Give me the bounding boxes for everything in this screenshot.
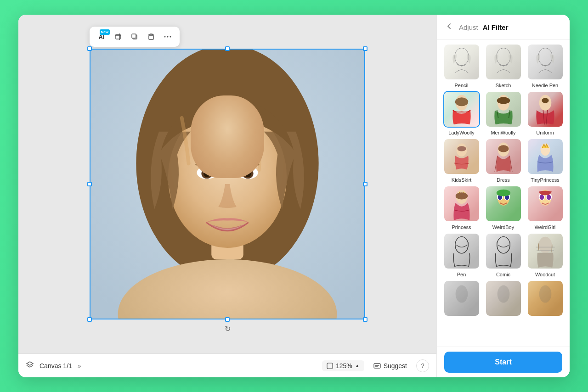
svg-point-32	[542, 98, 548, 103]
handle-tr[interactable]	[363, 46, 368, 51]
filter-row-0: Pencil Sketch Needle Pen	[442, 44, 564, 88]
handle-tl[interactable]	[87, 46, 92, 51]
svg-point-51	[455, 237, 468, 253]
filter-label-tinyprincess: TinyPrincess	[531, 177, 560, 183]
filter-item-pen[interactable]: Pen	[442, 233, 481, 277]
filter-item-tinyprincess[interactable]: TinyPrincess	[526, 138, 564, 183]
svg-rect-4	[132, 34, 136, 38]
svg-point-57	[497, 286, 509, 303]
zoom-control[interactable]: 125% ▲	[322, 360, 364, 371]
filter-item-ladywoolly[interactable]: LadyWoolly	[442, 91, 481, 135]
filter-item-more1[interactable]	[442, 280, 481, 317]
filter-thumb-inner-pencil	[444, 45, 479, 79]
svg-point-25	[496, 48, 510, 66]
duplicate-button[interactable]	[127, 29, 142, 44]
svg-rect-23	[374, 364, 380, 368]
canvas-nav[interactable]: »	[78, 362, 81, 370]
svg-point-24	[454, 48, 468, 66]
filter-item-more3[interactable]	[526, 280, 564, 317]
svg-point-8	[170, 36, 171, 38]
filter-thumb-menwoolly	[485, 91, 522, 128]
filter-item-menwoolly[interactable]: MenWoolly	[484, 91, 522, 135]
filter-svg-kidsskirt	[444, 139, 479, 174]
svg-point-45	[496, 190, 510, 196]
rotate-handle[interactable]: ↻	[223, 324, 232, 333]
svg-point-52	[497, 237, 510, 253]
filter-thumb-kidsskirt	[443, 138, 480, 175]
handle-bl[interactable]	[87, 317, 92, 322]
filter-thumb-inner-tinyprincess	[528, 139, 563, 174]
filter-thumb-inner-ladywoolly	[444, 92, 479, 127]
start-button[interactable]: Start	[444, 352, 562, 373]
back-button[interactable]	[444, 21, 454, 33]
filter-item-needlepen[interactable]: Needle Pen	[526, 44, 564, 88]
filter-label-comic: Comic	[496, 272, 510, 277]
copy-icon	[131, 33, 138, 40]
more-button[interactable]	[160, 29, 175, 44]
svg-point-26	[538, 48, 552, 66]
svg-point-56	[455, 286, 468, 303]
filter-thumb-more2	[485, 280, 522, 317]
canvas-footer: Canvas 1/1 » 125% ▲ Suggest ?	[18, 353, 436, 377]
filter-item-uniform[interactable]: Uniform	[526, 91, 564, 135]
handle-ml[interactable]	[87, 182, 92, 186]
filter-label-ladywoolly: LadyWoolly	[448, 130, 475, 135]
filter-item-weirdboy[interactable]: WeirdBoy	[484, 185, 522, 230]
canvas-workspace: AI New	[18, 15, 436, 353]
filter-thumb-inner-pen	[444, 234, 479, 269]
handle-bm[interactable]	[225, 317, 230, 322]
filter-item-woodcut[interactable]: Woodcut	[526, 233, 564, 277]
filter-svg-needlepen	[528, 45, 563, 79]
app-container: AI New	[18, 15, 570, 377]
filter-row-2: KidsSkirt Dress TinyPrincess	[442, 138, 564, 183]
ai-button[interactable]: AI New	[94, 29, 109, 44]
filter-thumb-more1	[443, 280, 480, 317]
new-badge: New	[100, 29, 110, 35]
more-icon	[164, 36, 171, 38]
zoom-icon	[327, 363, 333, 369]
filter-item-more2[interactable]	[484, 280, 522, 317]
filter-thumb-tinyprincess	[527, 138, 564, 175]
filter-item-dress[interactable]: Dress	[484, 138, 522, 183]
crop-button[interactable]	[111, 29, 125, 44]
filter-thumb-woodcut	[527, 233, 564, 269]
delete-icon	[147, 33, 155, 40]
filter-thumb-inner-dress	[486, 139, 521, 174]
canvas-label: Canvas 1/1	[40, 362, 72, 370]
filter-svg-pen	[444, 234, 479, 269]
filter-row-4: Pen Comic Woodcut	[442, 233, 564, 277]
filter-svg-more2	[486, 281, 521, 316]
filter-item-princess[interactable]: Princess	[442, 185, 481, 230]
filter-item-kidsskirt[interactable]: KidsSkirt	[442, 138, 481, 183]
svg-point-58	[539, 286, 551, 303]
handle-mr[interactable]	[363, 182, 368, 186]
tab-adjust[interactable]: Adjust	[459, 23, 478, 31]
help-button[interactable]: ?	[416, 359, 429, 372]
filter-thumb-inner-kidsskirt	[444, 139, 479, 174]
filter-item-weirdgirl[interactable]: WeirdGirl	[526, 185, 564, 230]
filter-item-sketch[interactable]: Sketch	[484, 44, 522, 88]
filter-svg-more1	[444, 281, 479, 316]
filter-thumb-pen	[443, 233, 480, 269]
tab-ai-filter[interactable]: AI Filter	[483, 23, 509, 31]
filter-svg-weirdboy	[486, 186, 521, 221]
svg-point-50	[546, 195, 551, 200]
filter-svg-princess	[444, 186, 479, 221]
filter-thumb-inner-princess	[444, 186, 479, 221]
svg-point-37	[540, 144, 550, 156]
filter-thumb-inner-weirdboy	[486, 186, 521, 221]
filter-label-dress: Dress	[497, 177, 510, 183]
suggest-button[interactable]: Suggest	[370, 360, 411, 371]
filter-svg-menwoolly	[486, 92, 521, 127]
person-svg	[90, 50, 364, 319]
filter-item-pencil[interactable]: Pencil	[442, 44, 481, 88]
filter-thumb-more3	[527, 280, 564, 317]
filter-item-comic[interactable]: Comic	[484, 233, 522, 277]
panel-footer: Start	[437, 347, 570, 377]
filter-thumb-pencil	[443, 44, 480, 80]
image-frame: AI New	[90, 49, 365, 319]
delete-button[interactable]	[144, 29, 158, 44]
handle-br[interactable]	[363, 317, 368, 322]
handle-tm[interactable]	[225, 46, 230, 51]
filter-row-5	[442, 280, 564, 317]
